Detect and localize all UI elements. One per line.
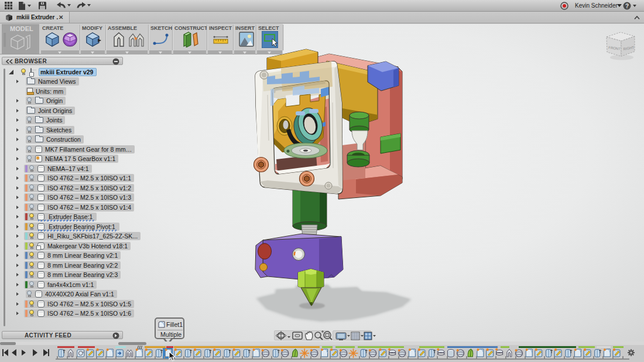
svg-text:?: ? xyxy=(625,3,629,9)
